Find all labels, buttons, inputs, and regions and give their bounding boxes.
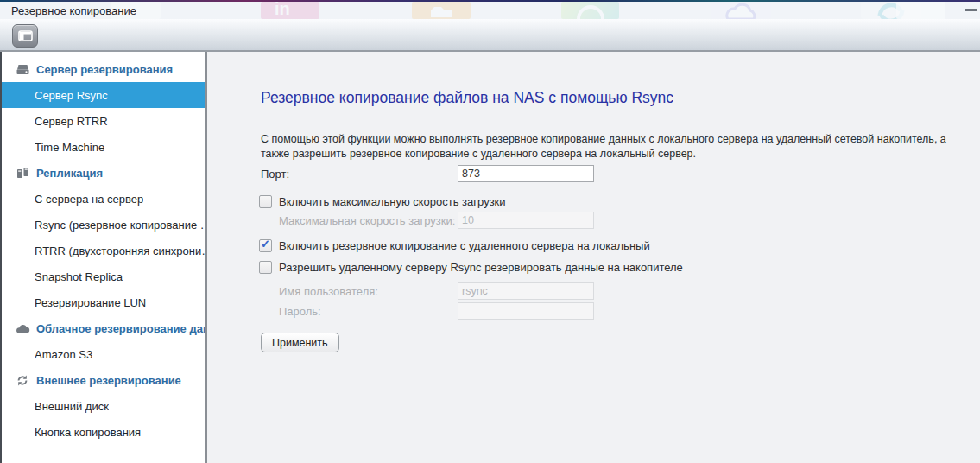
cloud-icon	[15, 324, 30, 333]
max-speed-checkbox-label: Включить максимальную скорость загрузки	[279, 195, 506, 208]
remote-to-local-checkbox-label: Включить резервное копирование с удаленн…	[279, 239, 650, 252]
max-speed-input	[458, 212, 594, 229]
sidebar-item-label: Внешний диск	[35, 400, 109, 413]
sidebar-item-label: Snapshot Replica	[35, 270, 123, 283]
sidebar-item-label: Rsync (резервное копирование …	[35, 219, 205, 232]
sidebar-toggle-button[interactable]	[12, 24, 38, 48]
sidebar-item-copy-button[interactable]: Кнопка копирования	[2, 419, 205, 445]
sidebar-item-label: Сервер RTRR	[35, 115, 108, 128]
max-speed-checkbox[interactable]	[259, 195, 272, 208]
sidebar-header-label: Сервер резервирования	[36, 63, 173, 76]
sidebar-item-external-disk[interactable]: Внешний диск	[2, 393, 205, 419]
sidebar-header-cloud-backup[interactable]: Облачное резервирование дан…	[2, 315, 205, 341]
toolbar	[0, 19, 980, 52]
sidebar: Сервер резервирования Сервер Rsync Серве…	[0, 52, 207, 463]
desktop-strip: in Резервное копирование	[0, 0, 980, 19]
sidebar-header-backup-server[interactable]: Сервер резервирования	[2, 56, 205, 82]
sidebar-item-rsync-replication[interactable]: Rsync (резервное копирование …	[2, 212, 205, 238]
port-input[interactable]	[458, 165, 594, 182]
sidebar-item-lun-backup[interactable]: Резервирование LUN	[2, 289, 205, 315]
allow-remote-rsync-checkbox[interactable]	[259, 261, 272, 274]
sidebar-item-rsync-server[interactable]: Сервер Rsync	[2, 82, 205, 108]
apply-button[interactable]: Применить	[261, 333, 339, 352]
username-label: Имя пользователя:	[279, 285, 378, 298]
sidebar-item-label: RTRR (двухсторонняя синхрони…	[35, 244, 205, 257]
sidebar-header-replication[interactable]: Репликация	[2, 160, 205, 186]
content-panel: Резервное копирование файлов на NAS с по…	[207, 52, 980, 463]
sidebar-item-label: Сервер Rsync	[35, 89, 108, 102]
sidebar-header-label: Репликация	[36, 167, 103, 180]
sync-icon	[15, 375, 30, 386]
remote-to-local-checkbox[interactable]	[259, 239, 272, 252]
panel-layout-icon	[18, 30, 33, 41]
sidebar-item-amazon-s3[interactable]: Amazon S3	[2, 341, 205, 367]
titlebar-overlay	[0, 2, 980, 19]
sidebar-header-label: Облачное резервирование дан…	[36, 322, 205, 335]
page-title: Резервное копирование файлов на NAS с по…	[261, 89, 673, 107]
username-input	[458, 282, 594, 300]
port-label: Порт:	[261, 168, 289, 181]
sidebar-item-label: Amazon S3	[35, 348, 92, 361]
max-speed-label: Максимальная скорость загрузки:	[279, 214, 455, 227]
minimize-icon[interactable]	[965, 9, 977, 11]
sidebar-item-label: С сервера на сервер	[35, 193, 143, 206]
sidebar-item-rtrr-replication[interactable]: RTRR (двухсторонняя синхрони…	[2, 238, 205, 263]
sidebar-header-external-backup[interactable]: Внешнее резервирование	[2, 367, 205, 393]
window-title: Резервное копирование	[11, 4, 136, 17]
sidebar-item-server-to-server[interactable]: С сервера на сервер	[2, 186, 205, 212]
sidebar-header-label: Внешнее резервирование	[36, 374, 181, 387]
password-input	[458, 302, 594, 320]
backup-server-icon	[15, 64, 30, 75]
replication-icon	[15, 167, 30, 179]
sidebar-item-label: Кнопка копирования	[35, 426, 141, 439]
sidebar-item-label: Резервирование LUN	[35, 296, 146, 309]
top-window-edge	[0, 0, 980, 2]
sidebar-item-rtrr-server[interactable]: Сервер RTRR	[2, 108, 205, 134]
allow-remote-rsync-checkbox-label: Разрешить удаленному серверу Rsync резер…	[279, 261, 683, 274]
sidebar-item-time-machine[interactable]: Time Machine	[2, 134, 205, 160]
page-description: С помощью этой функции можно выполнять р…	[261, 132, 974, 161]
password-label: Пароль:	[279, 305, 321, 318]
sidebar-item-snapshot-replica[interactable]: Snapshot Replica	[2, 263, 205, 289]
sidebar-item-label: Time Machine	[35, 141, 104, 154]
